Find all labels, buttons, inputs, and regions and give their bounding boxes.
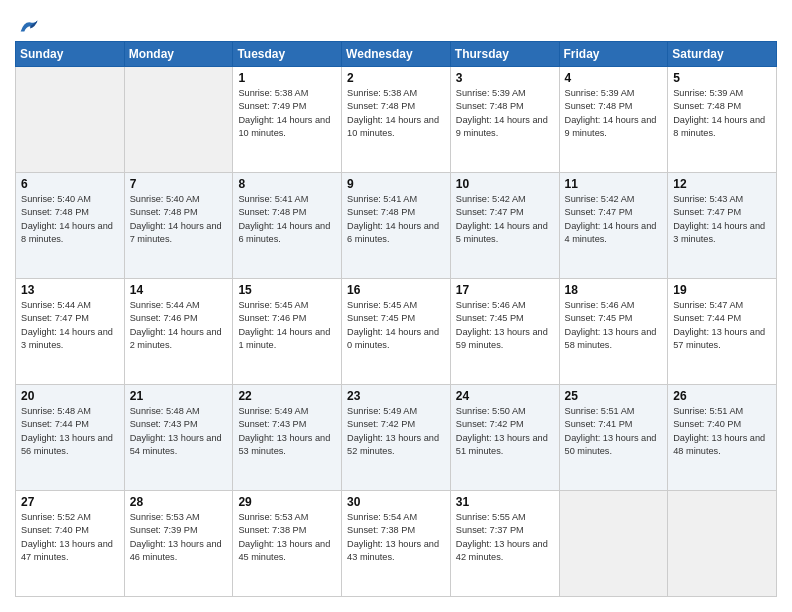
day-number: 17	[456, 283, 554, 297]
day-cell: 26Sunrise: 5:51 AMSunset: 7:40 PMDayligh…	[668, 385, 777, 491]
day-cell: 29Sunrise: 5:53 AMSunset: 7:38 PMDayligh…	[233, 491, 342, 597]
day-info: Sunrise: 5:38 AMSunset: 7:49 PMDaylight:…	[238, 87, 336, 140]
day-cell	[559, 491, 668, 597]
day-cell: 8Sunrise: 5:41 AMSunset: 7:48 PMDaylight…	[233, 173, 342, 279]
day-info: Sunrise: 5:45 AMSunset: 7:46 PMDaylight:…	[238, 299, 336, 352]
day-info: Sunrise: 5:48 AMSunset: 7:43 PMDaylight:…	[130, 405, 228, 458]
week-row-4: 20Sunrise: 5:48 AMSunset: 7:44 PMDayligh…	[16, 385, 777, 491]
day-cell: 31Sunrise: 5:55 AMSunset: 7:37 PMDayligh…	[450, 491, 559, 597]
day-cell: 30Sunrise: 5:54 AMSunset: 7:38 PMDayligh…	[342, 491, 451, 597]
day-number: 16	[347, 283, 445, 297]
day-info: Sunrise: 5:55 AMSunset: 7:37 PMDaylight:…	[456, 511, 554, 564]
day-cell	[668, 491, 777, 597]
day-info: Sunrise: 5:38 AMSunset: 7:48 PMDaylight:…	[347, 87, 445, 140]
day-number: 27	[21, 495, 119, 509]
calendar-table: SundayMondayTuesdayWednesdayThursdayFrid…	[15, 41, 777, 597]
day-info: Sunrise: 5:45 AMSunset: 7:45 PMDaylight:…	[347, 299, 445, 352]
day-cell: 17Sunrise: 5:46 AMSunset: 7:45 PMDayligh…	[450, 279, 559, 385]
day-number: 31	[456, 495, 554, 509]
header	[15, 15, 777, 33]
day-cell: 24Sunrise: 5:50 AMSunset: 7:42 PMDayligh…	[450, 385, 559, 491]
day-info: Sunrise: 5:42 AMSunset: 7:47 PMDaylight:…	[565, 193, 663, 246]
day-number: 24	[456, 389, 554, 403]
day-info: Sunrise: 5:40 AMSunset: 7:48 PMDaylight:…	[21, 193, 119, 246]
day-number: 9	[347, 177, 445, 191]
weekday-header-friday: Friday	[559, 42, 668, 67]
day-info: Sunrise: 5:48 AMSunset: 7:44 PMDaylight:…	[21, 405, 119, 458]
day-info: Sunrise: 5:39 AMSunset: 7:48 PMDaylight:…	[565, 87, 663, 140]
day-number: 18	[565, 283, 663, 297]
week-row-1: 1Sunrise: 5:38 AMSunset: 7:49 PMDaylight…	[16, 67, 777, 173]
day-number: 5	[673, 71, 771, 85]
day-cell: 4Sunrise: 5:39 AMSunset: 7:48 PMDaylight…	[559, 67, 668, 173]
week-row-3: 13Sunrise: 5:44 AMSunset: 7:47 PMDayligh…	[16, 279, 777, 385]
day-cell: 12Sunrise: 5:43 AMSunset: 7:47 PMDayligh…	[668, 173, 777, 279]
day-cell: 23Sunrise: 5:49 AMSunset: 7:42 PMDayligh…	[342, 385, 451, 491]
day-cell: 27Sunrise: 5:52 AMSunset: 7:40 PMDayligh…	[16, 491, 125, 597]
day-cell: 6Sunrise: 5:40 AMSunset: 7:48 PMDaylight…	[16, 173, 125, 279]
day-number: 29	[238, 495, 336, 509]
week-row-2: 6Sunrise: 5:40 AMSunset: 7:48 PMDaylight…	[16, 173, 777, 279]
day-cell: 15Sunrise: 5:45 AMSunset: 7:46 PMDayligh…	[233, 279, 342, 385]
day-info: Sunrise: 5:47 AMSunset: 7:44 PMDaylight:…	[673, 299, 771, 352]
day-cell: 5Sunrise: 5:39 AMSunset: 7:48 PMDaylight…	[668, 67, 777, 173]
day-number: 22	[238, 389, 336, 403]
day-number: 3	[456, 71, 554, 85]
day-cell: 1Sunrise: 5:38 AMSunset: 7:49 PMDaylight…	[233, 67, 342, 173]
day-cell: 10Sunrise: 5:42 AMSunset: 7:47 PMDayligh…	[450, 173, 559, 279]
day-info: Sunrise: 5:42 AMSunset: 7:47 PMDaylight:…	[456, 193, 554, 246]
day-cell: 19Sunrise: 5:47 AMSunset: 7:44 PMDayligh…	[668, 279, 777, 385]
day-info: Sunrise: 5:53 AMSunset: 7:39 PMDaylight:…	[130, 511, 228, 564]
day-number: 11	[565, 177, 663, 191]
day-number: 25	[565, 389, 663, 403]
weekday-header-row: SundayMondayTuesdayWednesdayThursdayFrid…	[16, 42, 777, 67]
day-info: Sunrise: 5:53 AMSunset: 7:38 PMDaylight:…	[238, 511, 336, 564]
day-number: 21	[130, 389, 228, 403]
day-cell: 22Sunrise: 5:49 AMSunset: 7:43 PMDayligh…	[233, 385, 342, 491]
day-info: Sunrise: 5:44 AMSunset: 7:47 PMDaylight:…	[21, 299, 119, 352]
day-number: 1	[238, 71, 336, 85]
day-info: Sunrise: 5:44 AMSunset: 7:46 PMDaylight:…	[130, 299, 228, 352]
day-info: Sunrise: 5:46 AMSunset: 7:45 PMDaylight:…	[456, 299, 554, 352]
day-info: Sunrise: 5:39 AMSunset: 7:48 PMDaylight:…	[456, 87, 554, 140]
day-cell: 3Sunrise: 5:39 AMSunset: 7:48 PMDaylight…	[450, 67, 559, 173]
day-number: 23	[347, 389, 445, 403]
day-info: Sunrise: 5:52 AMSunset: 7:40 PMDaylight:…	[21, 511, 119, 564]
day-cell: 13Sunrise: 5:44 AMSunset: 7:47 PMDayligh…	[16, 279, 125, 385]
day-cell: 2Sunrise: 5:38 AMSunset: 7:48 PMDaylight…	[342, 67, 451, 173]
weekday-header-saturday: Saturday	[668, 42, 777, 67]
day-number: 10	[456, 177, 554, 191]
day-info: Sunrise: 5:49 AMSunset: 7:43 PMDaylight:…	[238, 405, 336, 458]
day-cell	[16, 67, 125, 173]
day-cell: 18Sunrise: 5:46 AMSunset: 7:45 PMDayligh…	[559, 279, 668, 385]
day-cell: 21Sunrise: 5:48 AMSunset: 7:43 PMDayligh…	[124, 385, 233, 491]
day-info: Sunrise: 5:39 AMSunset: 7:48 PMDaylight:…	[673, 87, 771, 140]
weekday-header-wednesday: Wednesday	[342, 42, 451, 67]
day-info: Sunrise: 5:41 AMSunset: 7:48 PMDaylight:…	[347, 193, 445, 246]
weekday-header-sunday: Sunday	[16, 42, 125, 67]
day-number: 7	[130, 177, 228, 191]
week-row-5: 27Sunrise: 5:52 AMSunset: 7:40 PMDayligh…	[16, 491, 777, 597]
day-cell: 14Sunrise: 5:44 AMSunset: 7:46 PMDayligh…	[124, 279, 233, 385]
day-info: Sunrise: 5:41 AMSunset: 7:48 PMDaylight:…	[238, 193, 336, 246]
day-number: 8	[238, 177, 336, 191]
day-cell: 16Sunrise: 5:45 AMSunset: 7:45 PMDayligh…	[342, 279, 451, 385]
day-info: Sunrise: 5:46 AMSunset: 7:45 PMDaylight:…	[565, 299, 663, 352]
day-cell: 25Sunrise: 5:51 AMSunset: 7:41 PMDayligh…	[559, 385, 668, 491]
day-number: 26	[673, 389, 771, 403]
day-info: Sunrise: 5:49 AMSunset: 7:42 PMDaylight:…	[347, 405, 445, 458]
weekday-header-monday: Monday	[124, 42, 233, 67]
day-cell: 7Sunrise: 5:40 AMSunset: 7:48 PMDaylight…	[124, 173, 233, 279]
logo	[15, 15, 39, 33]
logo-bird-icon	[17, 15, 39, 37]
day-number: 4	[565, 71, 663, 85]
day-number: 13	[21, 283, 119, 297]
day-number: 6	[21, 177, 119, 191]
day-info: Sunrise: 5:51 AMSunset: 7:41 PMDaylight:…	[565, 405, 663, 458]
day-info: Sunrise: 5:50 AMSunset: 7:42 PMDaylight:…	[456, 405, 554, 458]
weekday-header-thursday: Thursday	[450, 42, 559, 67]
day-number: 30	[347, 495, 445, 509]
day-cell: 11Sunrise: 5:42 AMSunset: 7:47 PMDayligh…	[559, 173, 668, 279]
weekday-header-tuesday: Tuesday	[233, 42, 342, 67]
day-number: 28	[130, 495, 228, 509]
